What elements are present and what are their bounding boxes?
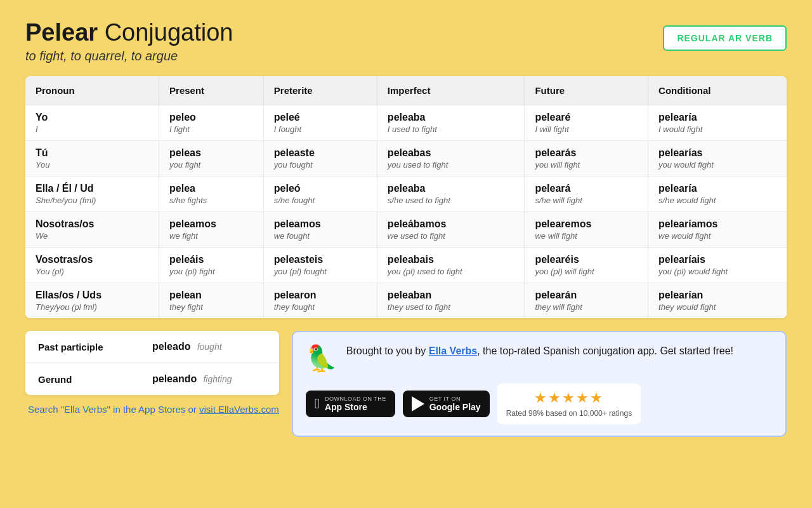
table-cell: peleoI fight xyxy=(159,105,264,141)
promo-text: Brought to you by Ella Verbs, the top-ra… xyxy=(346,344,733,358)
table-cell: peleasteyou fought xyxy=(263,141,377,177)
table-row: YoIpeleoI fightpeleéI foughtpeleabaI use… xyxy=(25,105,787,141)
table-cell: peleasteisyou (pl) fought xyxy=(263,248,377,283)
search-text: Search "Ella Verbs" in the App Stores or… xyxy=(25,404,279,415)
table-cell: pelearíamoswe would fight xyxy=(648,212,787,248)
page-subtitle: to fight, to quarrel, to argue xyxy=(25,49,233,64)
table-cell: pelearíasyou would fight xyxy=(648,141,787,177)
table-cell: peleabaI used to fight xyxy=(377,105,525,141)
table-cell: peleamoswe fought xyxy=(263,212,377,248)
promo-header: 🦜 Brought to you by Ella Verbs, the top-… xyxy=(306,344,773,373)
table-row: TúYoupeleasyou fightpeleasteyou foughtpe… xyxy=(25,141,787,177)
play-icon xyxy=(412,396,424,411)
table-cell: Ellas/os / UdsThey/you (pl fml) xyxy=(25,283,159,319)
table-cell: pelearíaisyou (pl) would fight xyxy=(648,248,787,283)
table-cell: peleós/he fought xyxy=(263,177,377,212)
participle-table: Past participle peleado fought Gerund pe… xyxy=(25,331,279,395)
regular-verb-badge: REGULAR AR VERB xyxy=(663,25,787,51)
table-row: Ella / Él / UdShe/he/you (fml)peleas/he … xyxy=(25,177,787,212)
table-cell: pelearías/he would fight xyxy=(648,177,787,212)
table-cell: peleabas/he used to fight xyxy=(377,177,525,212)
table-header-row: Pronoun Present Preterite Imperfect Futu… xyxy=(25,76,787,105)
table-cell: peleas/he fights xyxy=(159,177,264,212)
col-future: Future xyxy=(525,76,648,105)
table-cell: Nosotras/osWe xyxy=(25,212,159,248)
table-cell: pelearánthey will fight xyxy=(525,283,648,319)
table-cell: pelearíanthey would fight xyxy=(648,283,787,319)
page-title: Pelear Conjugation xyxy=(25,19,233,46)
table-cell: Ella / Él / UdShe/he/you (fml) xyxy=(25,177,159,212)
table-cell: pelearéisyou (pl) will fight xyxy=(525,248,648,283)
past-participle-label: Past participle xyxy=(25,331,140,363)
apple-icon:  xyxy=(315,396,320,412)
table-cell: peleasyou fight xyxy=(159,141,264,177)
table-cell: peleabasyou used to fight xyxy=(377,141,525,177)
past-participle-row: Past participle peleado fought xyxy=(25,331,279,363)
gerund-value: peleando fighting xyxy=(140,363,279,396)
table-cell: peleabanthey used to fight xyxy=(377,283,525,319)
table-cell: peleábamoswe used to fight xyxy=(377,212,525,248)
participle-section: Past participle peleado fought Gerund pe… xyxy=(25,331,279,415)
table-cell: pelearonthey fought xyxy=(263,283,377,319)
table-cell: Vosotras/osYou (pl) xyxy=(25,248,159,283)
table-cell: pelearás/he will fight xyxy=(525,177,648,212)
app-store-button[interactable]:  Download on the App Store xyxy=(306,391,395,417)
gerund-label: Gerund xyxy=(25,363,140,396)
col-present: Present xyxy=(159,76,264,105)
app-store-label: Download on the App Store xyxy=(325,396,386,412)
promo-box: 🦜 Brought to you by Ella Verbs, the top-… xyxy=(292,331,787,437)
promo-buttons:  Download on the App Store GET IT ON Go… xyxy=(306,384,773,424)
app-icon: 🦜 xyxy=(306,344,337,373)
ella-verbs-link[interactable]: visit EllaVerbs.com xyxy=(199,404,279,415)
table-cell: peleáisyou (pl) fight xyxy=(159,248,264,283)
table-row: Ellas/os / UdsThey/you (pl fml)peleanthe… xyxy=(25,283,787,319)
table-cell: pelearéI will fight xyxy=(525,105,648,141)
rating-box: ★★★★★ Rated 98% based on 10,000+ ratings xyxy=(497,384,641,424)
title-block: Pelear Conjugation to fight, to quarrel,… xyxy=(25,19,233,64)
table-cell: peleamoswe fight xyxy=(159,212,264,248)
rating-text: Rated 98% based on 10,000+ ratings xyxy=(506,409,632,418)
table-cell: pelearíaI would fight xyxy=(648,105,787,141)
table-row: Vosotras/osYou (pl)peleáisyou (pl) fight… xyxy=(25,248,787,283)
col-imperfect: Imperfect xyxy=(377,76,525,105)
google-play-button[interactable]: GET IT ON Google Play xyxy=(403,391,490,417)
col-conditional: Conditional xyxy=(648,76,787,105)
conjugation-table: Pronoun Present Preterite Imperfect Futu… xyxy=(25,76,787,318)
bottom-section: Past participle peleado fought Gerund pe… xyxy=(25,331,787,437)
col-pronoun: Pronoun xyxy=(25,76,159,105)
table-cell: peleanthey fight xyxy=(159,283,264,319)
table-cell: peleéI fought xyxy=(263,105,377,141)
table-cell: YoI xyxy=(25,105,159,141)
table-cell: TúYou xyxy=(25,141,159,177)
ella-verbs-promo-link[interactable]: Ella Verbs xyxy=(429,345,478,356)
table-row: Nosotras/osWepeleamoswe fightpeleamoswe … xyxy=(25,212,787,248)
stars: ★★★★★ xyxy=(534,390,604,406)
google-play-label: GET IT ON Google Play xyxy=(429,396,481,412)
col-preterite: Preterite xyxy=(263,76,377,105)
gerund-row: Gerund peleando fighting xyxy=(25,363,279,396)
table-cell: pelearásyou will fight xyxy=(525,141,648,177)
table-cell: peleabaisyou (pl) used to fight xyxy=(377,248,525,283)
past-participle-value: peleado fought xyxy=(140,331,279,363)
table-cell: pelearemoswe will fight xyxy=(525,212,648,248)
page-header: Pelear Conjugation to fight, to quarrel,… xyxy=(25,19,787,64)
